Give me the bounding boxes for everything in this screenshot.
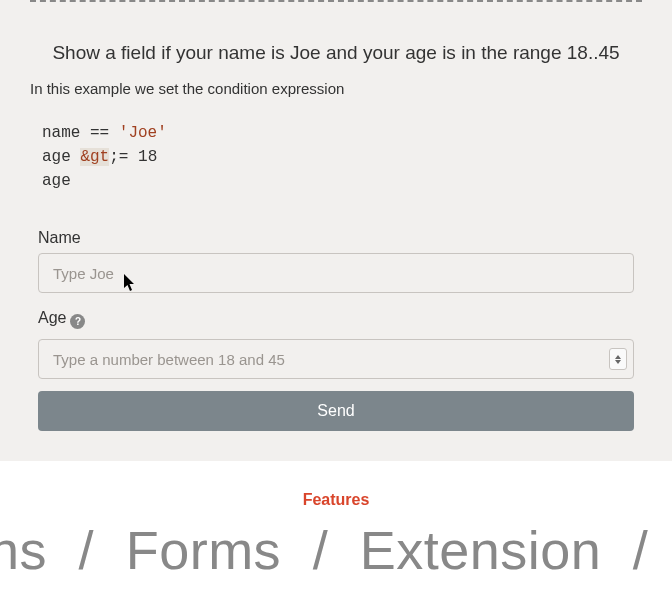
code-text: age [42,148,80,166]
carousel-seg-active[interactable]: Forms [118,519,289,581]
code-text: name == [42,124,119,142]
features-section: Features nsions / Forms / Extension / Fo [0,461,672,581]
example-heading: Show a field if your name is Joe and you… [30,42,642,64]
age-input-wrap [38,339,634,379]
send-button[interactable]: Send [38,391,634,431]
code-line-2: age &gt;= 18 [42,145,672,169]
features-eyebrow: Features [0,491,672,509]
age-stepper[interactable] [609,348,627,370]
example-panel: Show a field if your name is Joe and you… [0,0,672,461]
carousel-seg[interactable]: Extension [352,519,610,581]
example-subtext: In this example we set the condition exp… [30,80,642,97]
code-text: ;= 18 [109,148,157,166]
divider-dashed [30,0,642,6]
carousel-sep: / [625,519,657,581]
code-line-3: age [42,169,672,193]
carousel-sep: / [305,519,337,581]
name-label: Name [38,229,81,247]
code-block: name == 'Joe' age &gt;= 18 age [42,121,672,193]
features-carousel[interactable]: nsions / Forms / Extension / Fo [0,519,672,581]
form: Name Age ? Send [38,229,634,431]
carousel-seg: nsions [0,519,55,581]
age-input[interactable] [53,340,609,378]
chevron-up-icon [615,355,621,359]
code-entity: &gt [80,148,109,166]
carousel-sep: / [71,519,103,581]
help-icon[interactable]: ? [70,314,85,329]
name-input[interactable] [38,253,634,293]
age-label: Age [38,309,66,327]
code-string: 'Joe' [119,124,167,142]
chevron-down-icon [615,360,621,364]
code-line-1: name == 'Joe' [42,121,672,145]
